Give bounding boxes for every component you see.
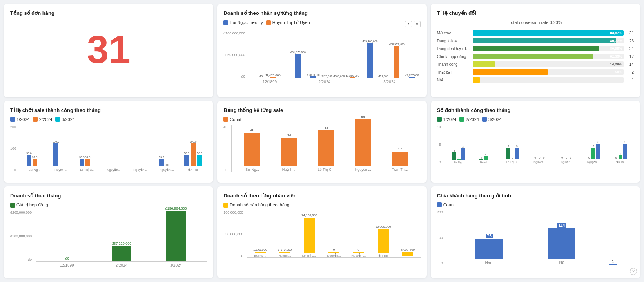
conv-label-1: Mới trao ... [437, 31, 470, 35]
close-dot-1 [10, 117, 15, 122]
succ-p-3: Lê Thị C... [506, 161, 519, 164]
rev-month-label: Giá trị hợp đồng [16, 202, 48, 208]
conv-count-1: 31 [626, 31, 634, 35]
x-label-12-1899: 12/1899 [249, 80, 290, 84]
legend-item-1: Bùi Ngọc Tiều Ly [223, 20, 263, 25]
close-person-2: Huỳnh ... [54, 168, 67, 172]
help-icon[interactable]: ? [630, 268, 637, 275]
close-y-0: 0 [10, 168, 18, 172]
conv-pct-3: 80,95% [610, 46, 622, 51]
revenue-by-month-card: Doanh số theo tháng Giá trị hợp đồng đ20… [4, 186, 213, 278]
conv-bar-fill-5 [473, 61, 495, 67]
gender-title: Chia khách hàng theo giới tính [437, 193, 634, 199]
success-label-2: 2/2024 [466, 117, 479, 122]
succ-p-4: Nguyễn... [533, 161, 545, 164]
total-orders-value: 31 [10, 20, 207, 75]
rev-emp-p-4: Nguyễn... [327, 254, 341, 257]
close-dot-3 [55, 117, 60, 122]
conv-label-6: Thất bại [437, 70, 470, 74]
rev-emp-val-6: 50,000,000 [375, 225, 391, 228]
conv-row-6: Thất bại 50% 2 [437, 69, 634, 75]
gender-bar-nu [548, 228, 575, 259]
chart-up-btn[interactable]: ∧ [405, 21, 412, 27]
revenue-by-emp-title: Doanh số theo từng nhân viên [223, 193, 420, 199]
rev-emp-legend: Doanh số bán hàng theo tháng [223, 202, 420, 208]
gender-y-100: 100 [437, 236, 444, 240]
success-orders-title: Số đơn thành công theo tháng [437, 107, 634, 113]
close-y-100: 100 [10, 146, 18, 150]
success-legend-2: 2/2024 [459, 117, 479, 122]
gender-col-nam: 75 Nam [459, 234, 520, 265]
conv-count-7: 1 [626, 78, 634, 82]
sale-val-4: 56 [361, 115, 365, 119]
gender-y-0: 0 [437, 261, 444, 265]
gender-name-nam: Nam [485, 260, 493, 265]
close-legend-1: 1/2024 [10, 117, 30, 122]
rev-emp-val-2: 1,175,000 [278, 248, 292, 251]
y-label-50m: đ50,000,000 [223, 53, 247, 57]
chart-controls[interactable]: ∧ ∨ [405, 21, 421, 27]
rev-emp-label: Doanh số bán hàng theo tháng [230, 202, 289, 208]
gender-val-nam: 75 [486, 234, 493, 238]
success-dot-3 [482, 117, 487, 122]
conversion-subtitle: Total conversion rate 3.23% [437, 20, 634, 25]
sale-val-5: 17 [398, 147, 402, 151]
conv-bar-6: 50% [473, 69, 624, 75]
conv-bar-3: 80,95% [473, 46, 624, 51]
success-label-1: 1/2024 [443, 117, 457, 122]
rev-m-y-100: đ100,000,000 [10, 234, 33, 238]
rev-m-y-200: đ200,000,000 [10, 211, 33, 215]
rev-emp-bar-1 [255, 252, 266, 253]
sale-val-3: 43 [324, 126, 328, 130]
conv-bar-5: 14,29% [473, 61, 624, 67]
conv-label-2: Đang follow [437, 39, 470, 43]
chart-down-btn[interactable]: ∨ [414, 21, 421, 27]
conv-bar-fill-1 [473, 30, 624, 36]
rev-emp-y-100: 100,000,000 [223, 211, 245, 215]
rev-emp-p-1: Bùi Ng... [254, 254, 266, 257]
y-label-100m: đ100,000,000 [223, 31, 247, 35]
legend-dot-orange [266, 20, 271, 25]
sale-stats-title: Bảng thống kê từng sale [223, 107, 420, 113]
rev-m-y-0: đ0 [10, 258, 33, 262]
revenue-by-employee-card: Doanh số theo từng nhân viên Doanh số bá… [217, 186, 426, 278]
rev-emp-bar-4 [328, 252, 339, 253]
close-person-3: Lê Thị C... [80, 168, 94, 172]
sale-bar-5 [392, 152, 408, 166]
conv-row-2: Đang follow 80,77% 26 [437, 38, 634, 43]
rev-emp-p-6: Trần Thi... [376, 254, 390, 257]
conv-row-3: Đang deal hợp đồng 80,95% 21 [437, 46, 634, 51]
success-legend-3: 3/2024 [482, 117, 502, 122]
close-person-6: Nguyễn ... [160, 168, 174, 172]
conv-count-2: 26 [626, 39, 634, 43]
conversion-rate-card: Tỉ lệ chuyển đổi Total conversion rate 3… [431, 4, 640, 97]
rev-emp-val-7: 8,657,400 [401, 248, 415, 251]
sale-stats-label: Count [230, 117, 241, 122]
conv-bar-fill-6 [473, 69, 548, 75]
rev-emp-val-4: 0 [333, 248, 335, 251]
close-person-7: Trần Thi... [186, 168, 200, 172]
succ-p-6: Nguyễn ... [587, 161, 600, 164]
conv-bar-fill-3 [473, 46, 600, 51]
rev-emp-y-50: 50,000,000 [223, 232, 245, 236]
rev-m-bar-3 [166, 211, 186, 261]
succ-p-1: Bùi Ng... [454, 161, 464, 164]
legend-dot-blue [223, 20, 228, 25]
rev-m-x-1: 12/1899 [44, 263, 90, 268]
rev-month-legend-1: Giá trị hợp đồng [10, 202, 48, 208]
sale-y-0: 0 [223, 168, 229, 172]
conversion-chart: Mới trao ... 83,87% 31 Đang follow 80,77… [437, 29, 634, 87]
gender-card: Chia khách hàng theo giới tính Count 200… [431, 186, 640, 278]
sale-stats-card: Bảng thống kê từng sale Count 40 0 40 Bù… [217, 101, 426, 183]
close-label-3: 3/2024 [62, 117, 75, 122]
conv-label-3: Đang deal hợp đồng [437, 47, 470, 51]
rev-m-val-3: đ196,964,800 [165, 206, 187, 210]
conv-pct-5: 14,29% [610, 61, 622, 67]
gender-label: Count [443, 202, 455, 207]
conv-count-5: 14 [626, 62, 634, 67]
conv-row-4: Chờ kí hợp đồng 82,35% 17 [437, 54, 634, 59]
close-rate-card: Tỉ lệ chốt sale thành công theo tháng 1/… [4, 101, 213, 183]
conv-row-5: Thành công 14,29% 14 [437, 61, 634, 67]
sale-person-5: Trần Thi... [392, 168, 408, 172]
sale-val-1: 40 [250, 128, 254, 132]
